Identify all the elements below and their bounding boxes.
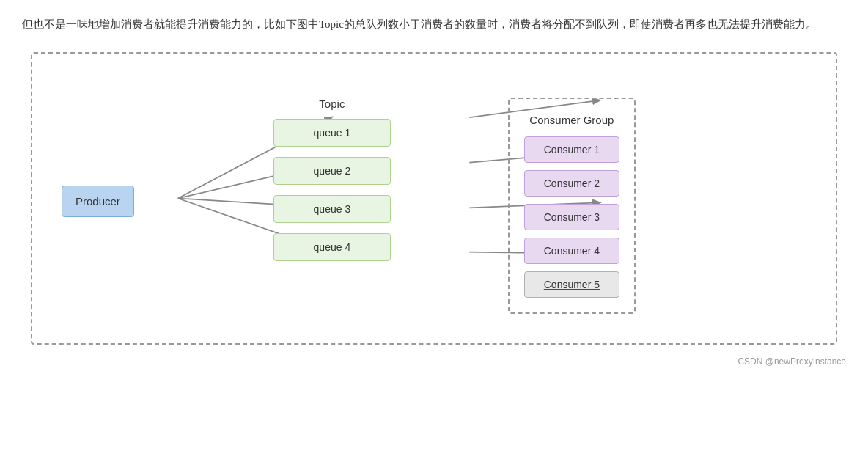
consumers-list: Consumer 1Consumer 2Consumer 3Consumer 4… — [524, 136, 619, 298]
queue-box-1: queue 1 — [273, 119, 391, 147]
consumer-group-section: Consumer Group Consumer 1Consumer 2Consu… — [508, 98, 636, 314]
queue-box-4: queue 4 — [273, 233, 391, 261]
producer-label: Producer — [76, 195, 120, 208]
diagram-layout: Producer Topic queue 1queue 2queue 3queu… — [62, 76, 806, 321]
producer-box: Producer — [62, 186, 134, 217]
topic-label: Topic — [319, 98, 345, 110]
intro-text-2: 比如下图中Topic的总队列数小于消费者的数量时 — [264, 18, 498, 30]
consumer-label-5: Consumer 5 — [544, 279, 600, 290]
diagram-container: Producer Topic queue 1queue 2queue 3queu… — [31, 52, 837, 345]
consumer-box-1: Consumer 1 — [524, 136, 619, 163]
footer-text: CSDN @newProxyInstance — [738, 356, 846, 367]
intro-text-4: 消费者再多也无法提升消费能力。 — [652, 18, 817, 30]
topic-section: Topic queue 1queue 2queue 3queue 4 — [273, 98, 391, 261]
intro-text-3: ，消费者将分配不到队列，即使 — [498, 18, 652, 30]
queue-box-3: queue 3 — [273, 195, 391, 223]
intro-text-1: 但也不是一味地增加消费者就能提升消费能力的， — [22, 18, 264, 30]
consumer-box-5: Consumer 5 — [524, 271, 619, 298]
consumer-box-4: Consumer 4 — [524, 238, 619, 264]
queue-box-2: queue 2 — [273, 157, 391, 185]
consumer-group-label: Consumer Group — [529, 114, 614, 126]
consumer-box-3: Consumer 3 — [524, 204, 619, 230]
intro-paragraph: 但也不是一味地增加消费者就能提升消费能力的，比如下图中Topic的总队列数小于消… — [22, 15, 846, 34]
consumer-box-2: Consumer 2 — [524, 170, 619, 197]
queues-list: queue 1queue 2queue 3queue 4 — [273, 119, 391, 261]
footer: CSDN @newProxyInstance — [22, 356, 846, 367]
